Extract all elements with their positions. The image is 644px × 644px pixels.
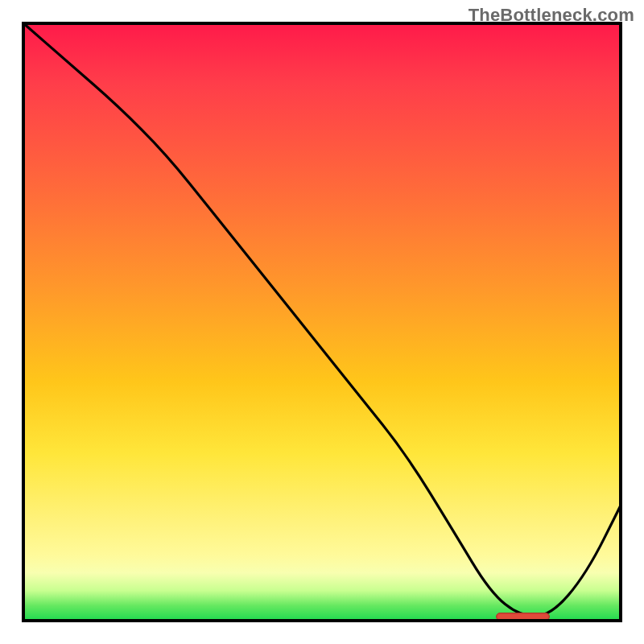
plot-area: [22, 22, 622, 622]
plot-gradient-background: [23, 23, 621, 621]
optimal-range-marker: [496, 613, 550, 621]
chart-container: TheBottleneck.com: [0, 0, 644, 644]
